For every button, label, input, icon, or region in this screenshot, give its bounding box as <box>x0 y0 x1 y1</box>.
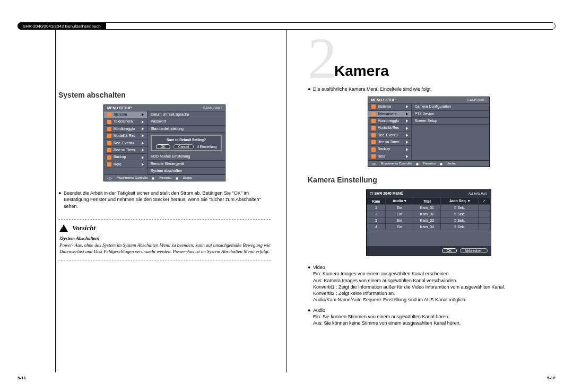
intro-bullet: Die ausführliche Kamera Menü Einzelteile… <box>313 86 549 92</box>
chapter-number: 2 <box>308 26 337 91</box>
osd-ok-button[interactable]: OK <box>156 144 170 149</box>
audio-bullet: ● Audio Ein: Sie können Stimmen von eine… <box>308 307 549 326</box>
left-margin-rule <box>55 30 56 372</box>
header-chip: SHR-2040/2041/2042 Benutzerhandbuch <box>18 22 106 30</box>
section-title-left: System abschalten <box>58 91 271 99</box>
left-page: System abschalten MENU SETUP SAMSUNG Sis… <box>58 88 271 260</box>
osd-title: MENU SETUP <box>107 106 132 110</box>
osd2-ok-button[interactable]: OK <box>442 248 457 253</box>
center-divider <box>286 30 287 372</box>
osd-camera-table: ▢ SHR 2040 MENÜ SAMSUNG Kam Audio ▾ Tite… <box>366 189 491 256</box>
osd-brand: SAMSUNG <box>203 106 222 110</box>
right-page: 2 Kamera ● Die ausführliche Kamera Menü … <box>308 35 549 329</box>
osd-menu-setup-right: MENU SETUP SAMSUNG Sistema Telecamera Mo… <box>368 97 490 167</box>
osd-menu-setup-left: MENU SETUP SAMSUNG Sistema Telecamera Mo… <box>103 104 225 181</box>
osd-cancel-button[interactable]: Cancel <box>173 144 194 149</box>
caution-box: Vorsicht [System Abschalten] Power- Aus,… <box>58 219 271 260</box>
camera-config-table: Kam Audio ▾ Titel Auto Seq. ▾ ✓ 1EinKam_… <box>367 197 491 230</box>
caution-label: Vorsicht <box>72 224 96 232</box>
osd-left-list: Sistema Telecamera Monitoraggio Modalità… <box>104 111 147 175</box>
page-number-left: 5-11 <box>18 376 26 380</box>
caution-subtitle: [System Abschalten] <box>59 236 271 241</box>
bullet-left-1: ● Beendet die Arbeit in der Tätigkeit si… <box>58 190 271 209</box>
osd-confirm-modal: Sure to Default Setting? OK Cancel d Ein… <box>151 135 222 151</box>
osd-right-list: Datum,Uhrzeit,Sprache Passwort Standarde… <box>147 111 225 175</box>
page-number-right: 5-12 <box>547 376 555 380</box>
chapter-title: Kamera <box>334 63 389 80</box>
section-title-right: Kamera Einstellung <box>308 176 549 184</box>
video-bullet: ● Video Ein: Kamera Images von einem aus… <box>308 264 549 303</box>
header-bar: SHR-2040/2041/2042 Benutzerhandbuch <box>18 22 555 30</box>
osd2-cancel-button[interactable]: Abbrechen <box>460 248 488 253</box>
caution-body: Power- Aus, ohne das System im System Ab… <box>59 242 271 255</box>
warning-icon <box>59 224 68 232</box>
